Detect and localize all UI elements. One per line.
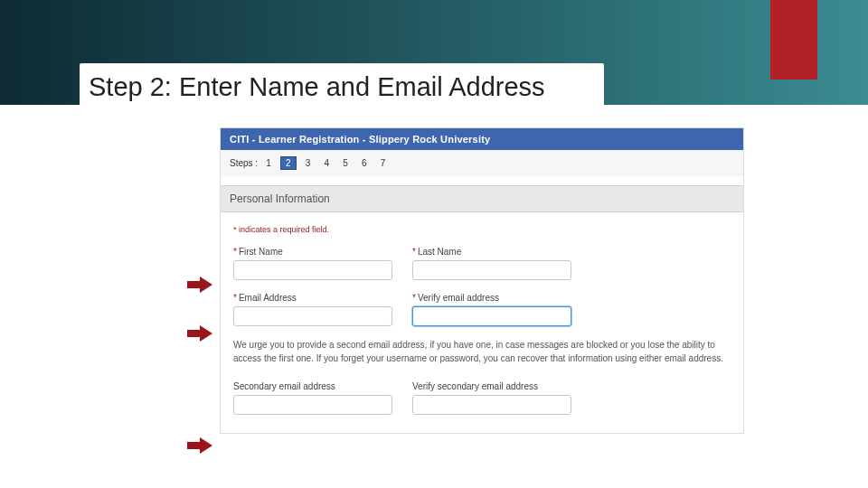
secondary-email-input[interactable] (233, 395, 392, 415)
secondary-email-row: Secondary email address Verify secondary… (233, 381, 731, 415)
callout-arrow-icon (187, 277, 212, 293)
callout-arrow-icon (187, 437, 212, 454)
first-name-label: *First Name (233, 247, 392, 257)
accent-tab (770, 0, 817, 80)
spacer (221, 176, 743, 185)
step-6[interactable]: 6 (357, 157, 372, 169)
email-label: *Email Address (233, 293, 392, 303)
email-row: *Email Address *Verify email address (233, 293, 731, 326)
email-field: *Email Address (233, 293, 392, 326)
page-title: Step 2: Enter Name and Email Address (89, 72, 545, 102)
name-row: *First Name *Last Name (233, 247, 731, 280)
callout-arrow-icon (187, 325, 212, 342)
last-name-label: *Last Name (412, 247, 571, 257)
steps-label: Steps : (230, 158, 258, 168)
section-header: Personal Information (221, 185, 743, 212)
step-1[interactable]: 1 (261, 157, 276, 169)
email-input[interactable] (233, 306, 392, 326)
required-note: * indicates a required field. (233, 225, 731, 234)
verify-email-label: *Verify email address (412, 293, 571, 303)
secondary-email-help: We urge you to provide a second email ad… (233, 339, 731, 365)
verify-secondary-email-field: Verify secondary email address (412, 381, 571, 415)
verify-secondary-email-label: Verify secondary email address (412, 381, 571, 391)
steps-row: Steps : 1 2 3 4 5 6 7 (221, 150, 743, 176)
step-7[interactable]: 7 (376, 157, 391, 169)
step-2[interactable]: 2 (280, 156, 297, 170)
last-name-field: *Last Name (412, 247, 571, 280)
verify-secondary-email-input[interactable] (412, 395, 571, 415)
step-3[interactable]: 3 (300, 157, 315, 169)
verify-email-field: *Verify email address (412, 293, 571, 326)
registration-form: CITI - Learner Registration - Slippery R… (220, 127, 744, 434)
secondary-email-field: Secondary email address (233, 381, 392, 415)
form-body: * indicates a required field. *First Nam… (221, 212, 743, 433)
step-5[interactable]: 5 (338, 157, 353, 169)
slide: Step 2: Enter Name and Email Address CIT… (0, 0, 868, 488)
verify-email-input[interactable] (412, 306, 571, 326)
step-4[interactable]: 4 (319, 157, 334, 169)
form-header: CITI - Learner Registration - Slippery R… (221, 128, 743, 150)
last-name-input[interactable] (412, 260, 571, 280)
secondary-email-label: Secondary email address (233, 381, 392, 391)
first-name-field: *First Name (233, 247, 392, 280)
first-name-input[interactable] (233, 260, 392, 280)
